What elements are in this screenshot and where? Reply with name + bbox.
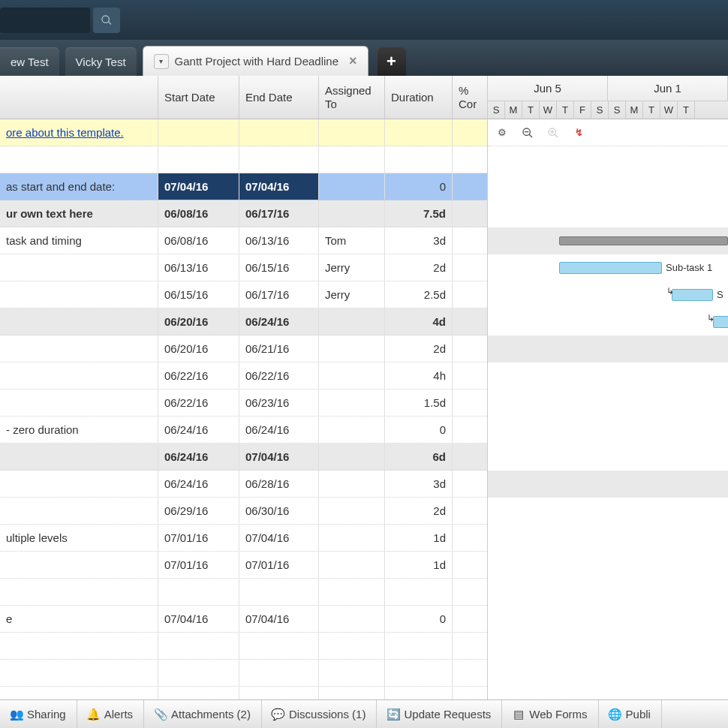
cell-task[interactable]	[0, 254, 158, 281]
cell-assigned[interactable]	[319, 200, 385, 227]
cell-duration[interactable]: 2d	[385, 335, 453, 362]
table-row[interactable]	[0, 146, 487, 173]
cell-end[interactable]: 07/04/16	[239, 173, 319, 200]
cell-end[interactable]: 06/17/16	[239, 281, 319, 308]
cell-task[interactable]: ur own text here	[0, 200, 158, 227]
cell-start[interactable]: 06/13/16	[158, 254, 239, 281]
table-row[interactable]	[0, 660, 487, 687]
cell-task[interactable]	[0, 281, 158, 308]
cell-start[interactable]: 07/01/16	[158, 552, 239, 578]
cell-assigned[interactable]	[319, 552, 385, 578]
cell-start[interactable]: 06/24/16	[158, 417, 239, 443]
cell-start[interactable]	[158, 633, 239, 659]
cell-end[interactable]: 06/28/16	[239, 471, 319, 497]
gantt-body[interactable]: Sub-task 1S↳↳	[488, 146, 728, 706]
cell-end[interactable]: 06/22/16	[239, 362, 319, 389]
cell-start[interactable]	[158, 579, 239, 605]
cell-end[interactable]	[239, 146, 319, 173]
table-row[interactable]: ur own text here06/08/1606/17/167.5d	[0, 200, 487, 227]
col-header-duration[interactable]: Duration	[385, 76, 453, 119]
table-row[interactable]: 06/22/1606/23/161.5d	[0, 390, 487, 417]
cell-duration[interactable]: 2d	[385, 498, 453, 524]
cell-assigned[interactable]	[319, 417, 385, 443]
cell-end[interactable]: 06/30/16	[239, 498, 319, 524]
cell-duration[interactable]	[385, 633, 453, 659]
cell-duration[interactable]: 0	[385, 606, 453, 632]
gantt-bar[interactable]: Sub-task 1	[559, 262, 662, 274]
cell-start[interactable]: 06/24/16	[158, 444, 239, 470]
cell-start[interactable]: 06/20/16	[158, 308, 239, 335]
cell-end[interactable]: 06/21/16	[239, 335, 319, 362]
tab-gantt-project[interactable]: ▾ Gantt Project with Hard Deadline ×	[143, 46, 369, 76]
cell-duration[interactable]	[385, 119, 453, 146]
cell-end[interactable]: 06/13/16	[239, 227, 319, 254]
grid-body[interactable]: ore about this template. as start and en…	[0, 119, 487, 706]
cell-cor[interactable]	[453, 444, 486, 470]
cell-assigned[interactable]: Jerry	[319, 254, 385, 281]
cell-assigned[interactable]	[319, 660, 385, 686]
cell-duration[interactable]: 2.5d	[385, 281, 453, 308]
table-row[interactable]: e07/04/1607/04/160	[0, 606, 487, 633]
cell-end[interactable]	[239, 579, 319, 605]
cell-assigned[interactable]	[319, 335, 385, 362]
table-row[interactable]: 06/29/1606/30/162d	[0, 498, 487, 525]
cell-start[interactable]: 06/15/16	[158, 281, 239, 308]
cell-end[interactable]	[239, 119, 319, 146]
cell-task[interactable]: ore about this template.	[0, 119, 158, 146]
cell-duration[interactable]: 6d	[385, 444, 453, 470]
gear-icon[interactable]: ⚙	[495, 126, 509, 140]
table-row[interactable]: 06/15/1606/17/16Jerry2.5d	[0, 281, 487, 308]
cell-task[interactable]	[0, 579, 158, 605]
cell-duration[interactable]: 7.5d	[385, 200, 453, 227]
add-tab-button[interactable]: +	[378, 47, 406, 76]
table-row[interactable]: as start and end date:07/04/1607/04/160	[0, 173, 487, 200]
cell-duration[interactable]	[385, 579, 453, 605]
cell-task[interactable]: - zero duration	[0, 417, 158, 443]
cell-cor[interactable]	[453, 308, 486, 335]
cell-task[interactable]	[0, 498, 158, 524]
cell-assigned[interactable]	[319, 633, 385, 659]
cell-end[interactable]: 07/04/16	[239, 525, 319, 551]
cell-start[interactable]: 06/29/16	[158, 498, 239, 524]
cell-task[interactable]	[0, 308, 158, 335]
cell-assigned[interactable]: Jerry	[319, 281, 385, 308]
cell-task[interactable]	[0, 552, 158, 578]
cell-duration[interactable]: 1d	[385, 552, 453, 578]
cell-assigned[interactable]	[319, 471, 385, 497]
cell-start[interactable]: 06/22/16	[158, 362, 239, 389]
col-header-task[interactable]	[0, 76, 158, 119]
search-input[interactable]	[0, 8, 90, 33]
cell-assigned[interactable]	[319, 498, 385, 524]
cell-cor[interactable]	[453, 579, 486, 605]
gantt-week[interactable]: Jun 1	[608, 76, 728, 101]
cell-start[interactable]: 06/08/16	[158, 200, 239, 227]
cell-task[interactable]	[0, 146, 158, 173]
cell-cor[interactable]	[453, 498, 486, 524]
cell-duration[interactable]	[385, 660, 453, 686]
cell-cor[interactable]	[453, 633, 486, 659]
tab-menu-caret-icon[interactable]: ▾	[154, 54, 169, 69]
cell-cor[interactable]	[453, 660, 486, 686]
table-row[interactable]	[0, 579, 487, 606]
cell-task[interactable]: as start and end date:	[0, 173, 158, 200]
cell-cor[interactable]	[453, 281, 486, 308]
cell-assigned[interactable]	[319, 119, 385, 146]
cell-start[interactable]: 07/04/16	[158, 606, 239, 632]
zoom-in-icon[interactable]	[546, 126, 560, 140]
cell-cor[interactable]	[453, 471, 486, 497]
cell-start[interactable]: 07/01/16	[158, 525, 239, 551]
cell-duration[interactable]: 1.5d	[385, 390, 453, 416]
table-row[interactable]: ultiple levels07/01/1607/04/161d	[0, 525, 487, 552]
cell-start[interactable]: 07/04/16	[158, 173, 239, 200]
table-row[interactable]: 06/20/1606/21/162d	[0, 335, 487, 362]
cell-assigned[interactable]	[319, 444, 385, 470]
gantt-bar[interactable]	[713, 316, 728, 328]
bottom-tab-clip[interactable]: 📎Attachments (2)	[144, 700, 262, 728]
cell-cor[interactable]	[453, 417, 486, 443]
cell-duration[interactable]: 2d	[385, 254, 453, 281]
cell-cor[interactable]	[453, 335, 486, 362]
cell-cor[interactable]	[453, 146, 486, 173]
cell-task[interactable]	[0, 335, 158, 362]
cell-assigned[interactable]	[319, 525, 385, 551]
table-row[interactable]: - zero duration06/24/1606/24/160	[0, 417, 487, 444]
